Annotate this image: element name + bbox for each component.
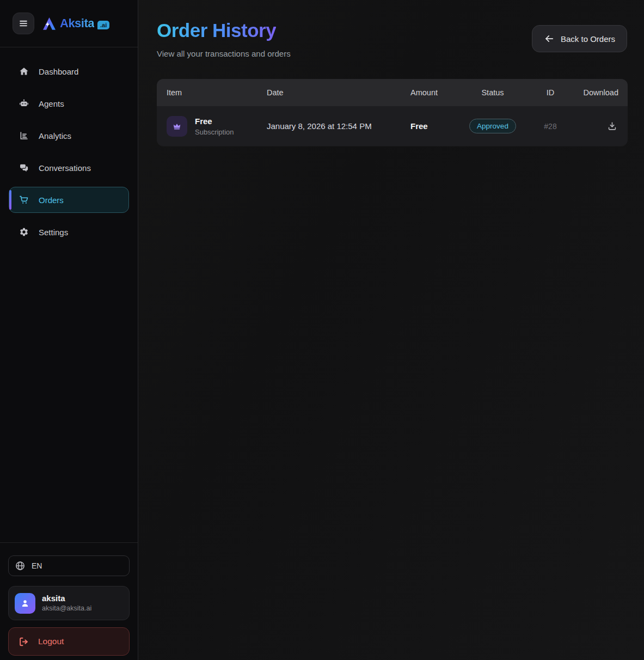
brand-suffix-badge: .ai	[97, 21, 109, 29]
sidebar-item-agents[interactable]: Agents	[9, 90, 129, 117]
main-content: Order History View all your transactions…	[139, 0, 644, 146]
logout-icon	[19, 637, 29, 647]
globe-icon	[15, 560, 26, 571]
order-item-cell: Free Subscription	[157, 116, 257, 137]
sidebar-item-label: Conversations	[39, 163, 91, 173]
language-selector[interactable]: EN	[8, 555, 130, 576]
sidebar-nav: Dashboard Agents Analytics	[0, 47, 138, 256]
item-subtitle: Subscription	[195, 128, 234, 136]
bar-chart-icon	[19, 131, 29, 140]
column-header-date: Date	[257, 88, 401, 97]
column-header-item: Item	[157, 88, 257, 97]
column-header-id: ID	[524, 88, 577, 97]
order-date: January 8, 2026 at 12:54 PM	[257, 121, 401, 131]
back-button-label: Back to Orders	[561, 34, 615, 44]
menu-button[interactable]	[13, 13, 34, 34]
logout-button[interactable]: Logout	[8, 627, 130, 656]
sidebar-item-label: Analytics	[39, 131, 71, 140]
sidebar-item-settings[interactable]: Settings	[9, 219, 129, 245]
column-header-download: Download	[577, 88, 628, 97]
table-header-row: Item Date Amount Status ID Download	[157, 79, 628, 106]
arrow-left-icon	[544, 33, 555, 44]
order-download-cell	[577, 119, 628, 133]
sidebar-item-label: Settings	[39, 228, 68, 237]
back-to-orders-button[interactable]: Back to Orders	[532, 25, 627, 52]
shopping-cart-icon	[19, 195, 29, 205]
download-button[interactable]	[605, 119, 620, 133]
column-header-status: Status	[462, 88, 524, 97]
page-title: Order History	[157, 20, 276, 41]
page-subtitle: View all your transactions and orders	[157, 49, 291, 58]
user-card[interactable]: aksita aksita@aksita.ai	[8, 586, 130, 620]
robot-icon	[19, 99, 29, 108]
home-icon	[19, 66, 29, 76]
sidebar-item-dashboard[interactable]: Dashboard	[9, 58, 129, 84]
sidebar-item-analytics[interactable]: Analytics	[9, 123, 129, 149]
status-badge: Approved	[469, 119, 516, 133]
sidebar-item-orders[interactable]: Orders	[9, 187, 129, 213]
sidebar-item-label: Orders	[39, 195, 64, 205]
user-name: aksita	[42, 594, 91, 604]
main-header: Order History View all your transactions…	[157, 20, 627, 58]
orders-table: Item Date Amount Status ID Download Free…	[157, 79, 628, 146]
order-status-cell: Approved	[462, 119, 524, 133]
hamburger-icon	[18, 18, 29, 29]
brand-mark-icon	[42, 16, 57, 31]
brand-logo[interactable]: Aksita .ai	[42, 16, 109, 31]
title-block: Order History View all your transactions…	[157, 20, 291, 58]
order-id: #28	[524, 122, 577, 131]
column-header-amount: Amount	[401, 88, 462, 97]
gear-icon	[19, 227, 29, 237]
sidebar-footer: EN aksita aksita@aksita.ai Logout	[0, 542, 138, 660]
sidebar: Aksita .ai Dashboard Agents	[0, 0, 138, 660]
sidebar-item-conversations[interactable]: Conversations	[9, 155, 129, 181]
table-row: Free Subscription January 8, 2026 at 12:…	[157, 106, 628, 146]
sidebar-header: Aksita .ai	[0, 0, 138, 47]
language-label: EN	[32, 561, 42, 570]
sidebar-item-label: Dashboard	[39, 67, 78, 76]
sidebar-item-label: Agents	[39, 99, 64, 108]
person-icon	[20, 598, 30, 609]
download-icon	[607, 121, 617, 131]
item-text: Free Subscription	[195, 117, 234, 136]
user-email: aksita@aksita.ai	[42, 604, 91, 613]
avatar	[15, 593, 35, 614]
brand-name: Aksita	[60, 16, 94, 30]
item-title: Free	[195, 117, 234, 127]
crown-icon	[172, 121, 182, 131]
logout-label: Logout	[38, 637, 64, 646]
user-info: aksita aksita@aksita.ai	[42, 594, 91, 613]
order-amount: Free	[401, 121, 462, 131]
item-icon-tile	[167, 116, 187, 137]
chat-bubbles-icon	[19, 163, 29, 173]
